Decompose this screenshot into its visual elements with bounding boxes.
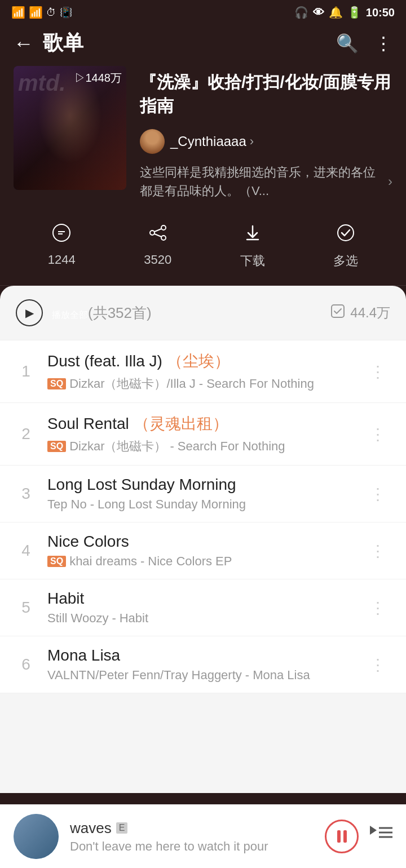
author-name-text: _Cynthiaaaa (170, 134, 246, 149)
share-count: 3520 (144, 253, 171, 267)
playlist-description[interactable]: 这些同样是我精挑细选的音乐，进来的各位都是有品味的人。（V... › (140, 163, 392, 200)
song-title-text-3: Long Lost Sunday Morning (47, 476, 236, 493)
player-subtitle: Don't leave me here to watch it pour (70, 839, 314, 854)
table-row: 5 Habit Still Woozy - Habit ⋮ (0, 579, 406, 636)
song-separator-3: - (90, 497, 94, 512)
play-all-left: ▶ 播放全部(共352首) (16, 299, 152, 326)
svg-point-0 (53, 224, 70, 241)
playlist-button[interactable] (370, 826, 392, 847)
author-name: _Cynthiaaaa › (170, 134, 254, 149)
song-info-5: Habit Still Woozy - Habit (47, 590, 354, 626)
player-title-text: waves (70, 820, 112, 837)
back-button[interactable]: ← (14, 32, 34, 55)
multiselect-button[interactable]: 多选 (333, 223, 358, 269)
comment-button[interactable]: 1244 (48, 223, 76, 269)
comment-icon (51, 223, 72, 248)
svg-line-6 (155, 229, 161, 232)
player-controls (325, 820, 392, 853)
play-all-bar: ▶ 播放全部(共352首) 44.4万 (0, 286, 406, 340)
song-artist-5: Still Woozy (47, 611, 108, 626)
player-title: waves E (70, 820, 314, 837)
pause-bar-1 (337, 830, 341, 843)
more-button[interactable]: ⋮ (374, 33, 392, 54)
song-title-text-2: Soul Rental (47, 415, 129, 432)
clock: 10:50 (366, 6, 395, 19)
song-info-4: Nice Colors SQ khai dreams - Nice Colors… (47, 533, 354, 569)
share-button[interactable]: 3520 (144, 223, 171, 269)
song-info-1: Dust (feat. Illa J) （尘埃） SQ Dizkar（地磁卡）/… (47, 351, 354, 392)
play-all-label: 播放全部 (52, 310, 88, 320)
song-more-4[interactable]: ⋮ (365, 537, 390, 565)
song-separator-1: - (199, 377, 203, 391)
signal-icon: 📶 (11, 6, 25, 19)
battery-icon: 🔋 (347, 6, 361, 19)
table-row: 1 Dust (feat. Illa J) （尘埃） SQ Dizkar（地磁卡… (0, 340, 406, 403)
song-album-1: Search For Nothing (206, 377, 314, 391)
song-more-6[interactable]: ⋮ (365, 651, 390, 679)
eye-icon: 👁 (313, 6, 324, 19)
author-arrow-icon: › (250, 134, 254, 149)
song-artist-3: Tep No (47, 497, 87, 512)
comment-count: 1244 (48, 253, 76, 267)
action-bar: 1244 3520 下载 多选 (0, 214, 406, 286)
svg-line-7 (155, 234, 161, 237)
history-icon: ⏱ (46, 7, 56, 19)
song-artist-4: khai dreams (69, 554, 137, 569)
song-album-5: Habit (120, 611, 148, 626)
playlist-meta: 『洗澡』收拾/打扫/化妆/面膜专用指南 _Cynthiaaaa › 这些同样是我… (140, 66, 392, 200)
description-arrow-icon: › (388, 171, 392, 192)
svg-point-4 (161, 236, 166, 240)
pause-icon (337, 830, 347, 843)
pause-bar-2 (343, 830, 347, 843)
song-more-3[interactable]: ⋮ (365, 480, 390, 508)
song-number-5: 5 (16, 599, 36, 617)
song-sub-5: Still Woozy - Habit (47, 611, 354, 626)
playlist-name: 『洗澡』收拾/打扫/化妆/面膜专用指南 (140, 70, 392, 118)
song-more-5[interactable]: ⋮ (365, 594, 390, 622)
status-bar: 📶 📶 ⏱ 📳 🎧 👁 🔔 🔋 10:50 (0, 0, 406, 24)
song-album-3: Long Lost Sunday Morning (98, 497, 246, 512)
song-more-1[interactable]: ⋮ (365, 358, 390, 386)
song-info-2: Soul Rental （灵魂出租） SQ Dizkar（地磁卡） - Sear… (47, 413, 354, 455)
svg-point-3 (161, 225, 166, 230)
collect-info[interactable]: 44.4万 (330, 303, 390, 323)
song-separator-6: - (245, 668, 249, 683)
svg-point-5 (150, 231, 155, 235)
headphone-icon: 🎧 (294, 6, 308, 19)
play-all-text: 播放全部(共352首) (52, 303, 152, 323)
song-title-2: Soul Rental （灵魂出租） (47, 413, 354, 435)
hq-badge-4: SQ (47, 556, 66, 567)
song-list: 1 Dust (feat. Illa J) （尘埃） SQ Dizkar（地磁卡… (0, 340, 406, 693)
collect-count: 44.4万 (350, 304, 390, 322)
download-label: 下载 (240, 253, 265, 269)
header-icons: 🔍 ⋮ (336, 33, 392, 54)
song-title-5: Habit (47, 590, 354, 608)
svg-rect-10 (332, 305, 344, 317)
song-number-4: 4 (16, 542, 36, 560)
collect-icon (330, 303, 346, 323)
play-all-icon-symbol: ▶ (25, 306, 34, 320)
pause-button[interactable] (325, 820, 359, 853)
song-sub-3: Tep No - Long Lost Sunday Morning (47, 497, 354, 512)
song-album-2: Search For Nothing (178, 439, 285, 454)
song-info-3: Long Lost Sunday Morning Tep No - Long L… (47, 476, 354, 512)
page-title: 歌单 (43, 29, 327, 57)
song-title-3: Long Lost Sunday Morning (47, 476, 354, 494)
song-more-2[interactable]: ⋮ (365, 420, 390, 448)
song-title-6: Mona Lisa (47, 646, 354, 665)
play-all-button[interactable]: ▶ (16, 299, 43, 326)
table-row: 3 Long Lost Sunday Morning Tep No - Long… (0, 466, 406, 522)
song-sub-1: SQ Dizkar（地磁卡）/Illa J - Search For Nothi… (47, 375, 354, 392)
author-avatar (140, 129, 165, 154)
search-button[interactable]: 🔍 (336, 33, 359, 54)
song-album-6: Mona Lisa (253, 668, 310, 683)
play-all-count: (共352首) (88, 304, 152, 321)
share-icon (148, 223, 168, 248)
download-button[interactable]: 下载 (240, 223, 265, 269)
play-count-text: ▷1448万 (74, 70, 122, 86)
song-artist-6: VALNTN/Peter Fenn/Tray Haggerty (47, 668, 242, 683)
player-avatar[interactable] (14, 814, 59, 859)
playlist-author[interactable]: _Cynthiaaaa › (140, 129, 392, 154)
header: ← 歌单 🔍 ⋮ (0, 24, 406, 66)
multiselect-label: 多选 (333, 253, 358, 269)
